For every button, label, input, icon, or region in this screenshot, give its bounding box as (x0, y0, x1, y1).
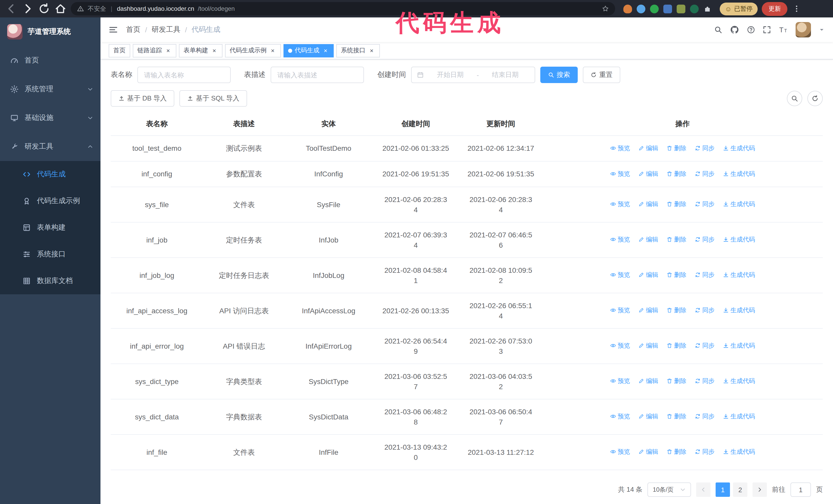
action-生成代码[interactable]: 生成代码 (723, 305, 755, 315)
action-删除[interactable]: 删除 (666, 376, 686, 386)
close-icon[interactable]: × (368, 47, 375, 54)
action-同步[interactable]: 同步 (695, 376, 715, 386)
sidebar-item-研发工具[interactable]: 研发工具 (0, 132, 100, 161)
sidebar-item-基础设施[interactable]: 基础设施 (0, 103, 100, 132)
action-同步[interactable]: 同步 (695, 168, 715, 179)
action-同步[interactable]: 同步 (695, 143, 715, 153)
action-编辑[interactable]: 编辑 (638, 447, 658, 457)
date-range-picker[interactable]: 开始日期 - 结束日期 (411, 67, 535, 83)
extension-icon[interactable] (690, 4, 699, 13)
action-预览[interactable]: 预览 (610, 234, 630, 245)
page-button-2[interactable]: 2 (733, 482, 747, 497)
browser-back-button[interactable] (5, 3, 18, 15)
action-预览[interactable]: 预览 (610, 411, 630, 422)
user-avatar[interactable] (795, 22, 811, 38)
tab-系统接口[interactable]: 系统接口× (336, 44, 380, 57)
browser-menu-icon[interactable] (793, 5, 801, 13)
extension-icon[interactable] (637, 4, 645, 13)
action-删除[interactable]: 删除 (666, 168, 686, 179)
sidebar-subitem-表单构建[interactable]: 表单构建 (0, 214, 100, 241)
action-同步[interactable]: 同步 (695, 340, 715, 351)
action-同步[interactable]: 同步 (695, 270, 715, 280)
tab-首页[interactable]: 首页 (109, 44, 130, 57)
sidebar-item-系统管理[interactable]: 系统管理 (0, 75, 100, 103)
page-button-1[interactable]: 1 (716, 482, 730, 497)
action-编辑[interactable]: 编辑 (638, 143, 658, 153)
avatar-dropdown-caret-icon[interactable] (819, 27, 825, 33)
sidebar-item-首页[interactable]: 首页 (0, 46, 100, 75)
action-编辑[interactable]: 编辑 (638, 340, 658, 351)
action-编辑[interactable]: 编辑 (638, 168, 658, 179)
action-编辑[interactable]: 编辑 (638, 411, 658, 422)
hamburger-icon[interactable] (109, 25, 118, 34)
extension-icon[interactable] (677, 4, 685, 13)
action-生成代码[interactable]: 生成代码 (723, 270, 755, 280)
action-同步[interactable]: 同步 (695, 234, 715, 245)
extensions-puzzle-icon[interactable] (703, 5, 712, 13)
search-button[interactable]: 搜索 (540, 67, 578, 83)
tab-表单构建[interactable]: 表单构建× (179, 44, 222, 57)
paused-badge[interactable]: ☺ 已暂停 (720, 2, 758, 15)
next-page-button[interactable] (753, 482, 767, 497)
action-删除[interactable]: 删除 (666, 305, 686, 315)
action-生成代码[interactable]: 生成代码 (723, 168, 755, 179)
action-生成代码[interactable]: 生成代码 (723, 234, 755, 245)
action-生成代码[interactable]: 生成代码 (723, 199, 755, 209)
action-同步[interactable]: 同步 (695, 447, 715, 457)
action-预览[interactable]: 预览 (610, 340, 630, 351)
action-预览[interactable]: 预览 (610, 143, 630, 153)
action-删除[interactable]: 删除 (666, 270, 686, 280)
import-db-button[interactable]: 基于 DB 导入 (111, 90, 174, 106)
update-button[interactable]: 更新 (762, 2, 788, 16)
action-预览[interactable]: 预览 (610, 270, 630, 280)
action-同步[interactable]: 同步 (695, 411, 715, 422)
extension-icon[interactable] (623, 4, 632, 13)
action-生成代码[interactable]: 生成代码 (723, 143, 755, 153)
github-icon[interactable] (730, 25, 739, 34)
action-预览[interactable]: 预览 (610, 168, 630, 179)
extension-icon[interactable] (650, 4, 659, 13)
table-desc-input[interactable] (271, 67, 364, 83)
prev-page-button[interactable] (696, 482, 711, 497)
action-同步[interactable]: 同步 (695, 305, 715, 315)
action-编辑[interactable]: 编辑 (638, 234, 658, 245)
browser-home-button[interactable] (54, 3, 67, 15)
action-同步[interactable]: 同步 (695, 199, 715, 209)
bookmark-star-icon[interactable] (602, 5, 609, 12)
browser-reload-button[interactable] (38, 3, 50, 15)
action-预览[interactable]: 预览 (610, 305, 630, 315)
action-编辑[interactable]: 编辑 (638, 376, 658, 386)
reset-button[interactable]: 重置 (583, 67, 620, 83)
goto-page-input[interactable] (790, 482, 811, 497)
extension-icon[interactable] (663, 4, 672, 13)
sidebar-logo[interactable]: 芋道管理系统 (0, 18, 100, 46)
close-icon[interactable]: × (165, 47, 172, 54)
toggle-search-button[interactable] (787, 91, 802, 106)
action-编辑[interactable]: 编辑 (638, 270, 658, 280)
font-size-icon[interactable]: TT (779, 25, 788, 34)
action-预览[interactable]: 预览 (610, 199, 630, 209)
table-name-input[interactable] (137, 67, 231, 83)
action-编辑[interactable]: 编辑 (638, 305, 658, 315)
sidebar-subitem-数据库文档[interactable]: 数据库文档 (0, 268, 100, 294)
tab-代码生成[interactable]: 代码生成× (284, 44, 334, 57)
close-icon[interactable]: × (322, 47, 329, 54)
help-icon[interactable] (747, 26, 755, 34)
page-size-select[interactable]: 10条/页 (648, 482, 691, 497)
address-bar[interactable]: 不安全 | dashboard.yudao.iocoder.cn/tool/co… (71, 2, 615, 16)
browser-forward-button[interactable] (22, 3, 34, 15)
sidebar-subitem-代码生成[interactable]: 代码生成 (0, 161, 100, 188)
action-生成代码[interactable]: 生成代码 (723, 340, 755, 351)
action-生成代码[interactable]: 生成代码 (723, 447, 755, 457)
sidebar-subitem-代码生成示例[interactable]: 代码生成示例 (0, 188, 100, 214)
sidebar-subitem-系统接口[interactable]: 系统接口 (0, 241, 100, 268)
header-search-icon[interactable] (714, 26, 722, 34)
close-icon[interactable]: × (211, 47, 218, 54)
action-生成代码[interactable]: 生成代码 (723, 376, 755, 386)
action-删除[interactable]: 删除 (666, 143, 686, 153)
action-预览[interactable]: 预览 (610, 447, 630, 457)
action-删除[interactable]: 删除 (666, 340, 686, 351)
action-删除[interactable]: 删除 (666, 234, 686, 245)
tab-链路追踪[interactable]: 链路追踪× (133, 44, 176, 57)
action-生成代码[interactable]: 生成代码 (723, 411, 755, 422)
